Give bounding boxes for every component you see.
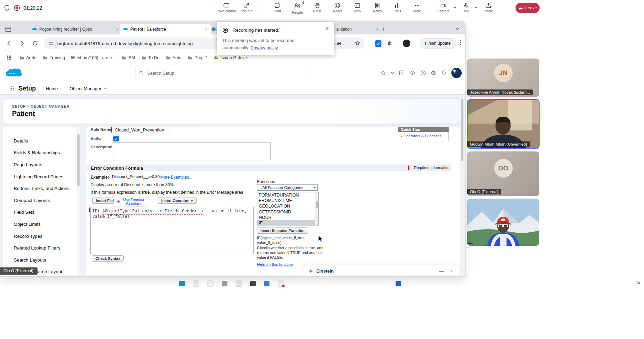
formula-editor[interactable]: IF( $ObjectType.Patientss__c.Fields.Gend… <box>90 207 254 254</box>
taskbar-icon[interactable] <box>207 280 214 287</box>
view-button[interactable]: View <box>347 0 367 13</box>
sidebar-item-related-lookup-filters[interactable]: Related Lookup Filters <box>14 242 80 254</box>
pop-out-button[interactable]: Pop out <box>236 0 256 13</box>
leave-button[interactable]: Leave <box>515 3 540 13</box>
browser-menu-icon[interactable] <box>458 39 463 47</box>
tab-search-icon[interactable] <box>5 26 12 34</box>
help-icon[interactable] <box>420 70 426 76</box>
react-button[interactable]: React <box>327 0 347 13</box>
notifications-bell-icon[interactable] <box>441 70 447 76</box>
more-button[interactable]: More <box>407 0 427 13</box>
finish-update-button[interactable]: Finish update <box>420 38 456 49</box>
scrollbar-thumb[interactable] <box>77 134 80 186</box>
tabstrip-chevron-icon[interactable] <box>456 26 460 32</box>
setup-search[interactable] <box>135 68 310 78</box>
browser-tab[interactable]: Pogba hiring recuriter | Oppo × <box>29 24 122 34</box>
functions-scrollbar[interactable] <box>315 192 318 225</box>
sidebar-item-search-layouts[interactable]: Search Layouts <box>14 254 80 266</box>
scrollbar-thumb[interactable] <box>461 99 463 161</box>
tab-close-icon[interactable]: × <box>375 27 379 32</box>
taskbar-icon[interactable] <box>236 280 242 287</box>
function-option[interactable]: HOUR <box>257 215 318 220</box>
sidebar-item-details[interactable]: Details <box>14 135 80 147</box>
upload-cloud-icon[interactable] <box>409 70 416 76</box>
bookmark-folder[interactable]: Arete <box>17 54 39 61</box>
bookmark-star-icon[interactable] <box>355 40 360 47</box>
bookmark-folder[interactable]: SM <box>119 54 137 61</box>
browser-tab-active[interactable]: Patient | Salesforce × <box>120 24 211 34</box>
function-category-select[interactable]: -- All Function Categories -- <box>257 184 318 191</box>
participant-tile[interactable] <box>467 199 539 246</box>
bookmark-drive[interactable]: Isaiah G drive <box>211 54 249 61</box>
mic-options-chevron[interactable] <box>474 0 479 11</box>
functions-listbox[interactable]: FORMATDURATION FROMUNIXTIME GEOLOCATION … <box>257 192 319 226</box>
einstein-panel[interactable]: Einstein — × <box>303 265 459 276</box>
polls-button[interactable]: Polls <box>387 0 407 13</box>
sidebar-item-fields-relationships[interactable]: Fields & Relationships <box>14 147 80 159</box>
formula-assistant-button[interactable]: Use Formula Assistant <box>114 197 147 206</box>
back-button[interactable] <box>6 40 12 48</box>
user-avatar[interactable] <box>451 68 462 78</box>
camera-options-chevron[interactable] <box>453 0 458 11</box>
sidebar-item-field-sets[interactable]: Field Sets <box>14 206 80 219</box>
camera-button[interactable]: Camera <box>433 0 453 13</box>
insert-selected-function-button[interactable]: Insert Selected Function <box>257 227 308 234</box>
rule-name-input[interactable] <box>113 127 201 133</box>
refresh-button[interactable] <box>32 40 39 48</box>
app-launcher-icon[interactable] <box>9 86 14 91</box>
taskbar-icon[interactable] <box>222 281 227 286</box>
check-syntax-button[interactable]: Check Syntax <box>92 255 124 262</box>
nav-object-manager[interactable]: Object Manager <box>70 86 108 91</box>
close-icon[interactable]: ✕ <box>325 26 329 31</box>
taskbar-icon[interactable] <box>264 281 269 286</box>
people-button[interactable]: 4 People <box>287 0 307 14</box>
tab-close-icon[interactable]: × <box>115 27 119 32</box>
bookmark-folder[interactable]: Training <box>40 54 68 61</box>
bookmark-folder[interactable]: Prop T <box>185 54 209 61</box>
favorites-chevron-icon[interactable] <box>391 71 394 75</box>
taskbar-icon[interactable] <box>278 280 284 287</box>
extensions-puzzle-icon[interactable] <box>386 40 393 47</box>
sidebar-item-lightning-record-pages[interactable]: Lightning Record Pages <box>14 171 80 183</box>
sidebar-scrollbar[interactable] <box>77 127 80 276</box>
minimize-icon[interactable]: — <box>439 268 444 274</box>
function-option[interactable]: FORMATDURATION <box>257 192 318 198</box>
taskbar-icon[interactable] <box>396 281 401 286</box>
scrollbar-thumb[interactable] <box>316 201 318 208</box>
browser-tab[interactable]: alidation × <box>331 24 382 34</box>
participant-tile[interactable]: OO Ola O (External) <box>467 151 539 196</box>
taskbar-icon[interactable] <box>250 281 256 286</box>
active-checkbox[interactable]: ✓ <box>113 136 119 141</box>
forward-button[interactable] <box>19 40 25 48</box>
chat-button[interactable]: Chat <box>267 0 287 13</box>
function-option[interactable]: GETSESSIONID <box>257 209 318 215</box>
operators-functions-link[interactable]: Operators & Functions <box>403 134 441 138</box>
apps-grid-icon[interactable] <box>6 55 12 61</box>
notes-button[interactable]: Notes <box>367 0 387 13</box>
bookmark-folder[interactable]: Auto <box>163 54 184 61</box>
mic-button[interactable]: Mic <box>458 0 474 13</box>
sidebar-item-record-types[interactable]: Record Types <box>14 230 80 242</box>
bookmark-gmail[interactable]: MInbox (100) - arete... <box>69 54 118 61</box>
browser-profile-avatar[interactable] <box>403 40 410 47</box>
description-textarea[interactable] <box>113 142 271 160</box>
sidebar-item-object-limits[interactable]: Object Limits <box>14 218 80 230</box>
participant-tile[interactable]: Godwin Mbah Mbah (Unverified) <box>467 99 539 149</box>
function-option[interactable]: GEOLOCATION <box>257 203 318 209</box>
more-examples-link[interactable]: More Examples... <box>160 175 192 180</box>
search-input[interactable] <box>146 70 310 76</box>
privacy-policy-link[interactable]: Privacy policy <box>251 45 278 50</box>
nav-home[interactable]: Home <box>46 86 58 91</box>
function-help-link[interactable]: Help on this function <box>257 262 293 266</box>
take-control-button[interactable]: Take control <box>216 0 236 13</box>
favorites-star-icon[interactable] <box>380 70 386 76</box>
participant-tile[interactable]: JN Josephine Annan Novak (Extern... <box>467 59 539 97</box>
sidebar-item-buttons-links-actions[interactable]: Buttons, Links, and Actions <box>14 182 80 194</box>
taskbar-icon[interactable] <box>179 281 185 286</box>
sidebar-item-page-layouts[interactable]: Page Layouts <box>14 159 80 171</box>
org-grid-icon[interactable] <box>399 70 405 76</box>
site-settings-icon[interactable] <box>48 41 54 46</box>
bookmark-folder[interactable]: To Do <box>139 54 162 61</box>
page-scrollbar[interactable] <box>460 95 464 276</box>
tab-close-icon[interactable]: × <box>204 27 208 32</box>
